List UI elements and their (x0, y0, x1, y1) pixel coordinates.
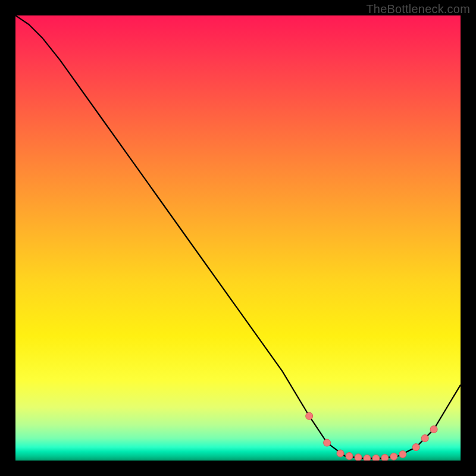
curve-marker (421, 435, 428, 442)
curve-marker (364, 455, 371, 461)
curve-marker (324, 439, 331, 446)
curve-marker (399, 451, 406, 458)
curve-marker (390, 453, 397, 460)
curve-marker (430, 426, 437, 433)
chart-frame: TheBottleneck.com (0, 0, 476, 476)
curve-marker (372, 455, 380, 461)
curve-marker (337, 450, 344, 457)
attribution-text: TheBottleneck.com (366, 2, 470, 16)
marker-layer (306, 412, 437, 461)
curve-marker (346, 453, 353, 460)
curve-marker (306, 412, 313, 419)
curve-layer (15, 15, 461, 458)
bottleneck-curve (15, 15, 461, 458)
curve-marker (381, 455, 389, 461)
curve-marker (355, 454, 362, 461)
curve-marker (412, 444, 419, 451)
chart-svg (15, 15, 461, 461)
plot-area (15, 15, 461, 461)
